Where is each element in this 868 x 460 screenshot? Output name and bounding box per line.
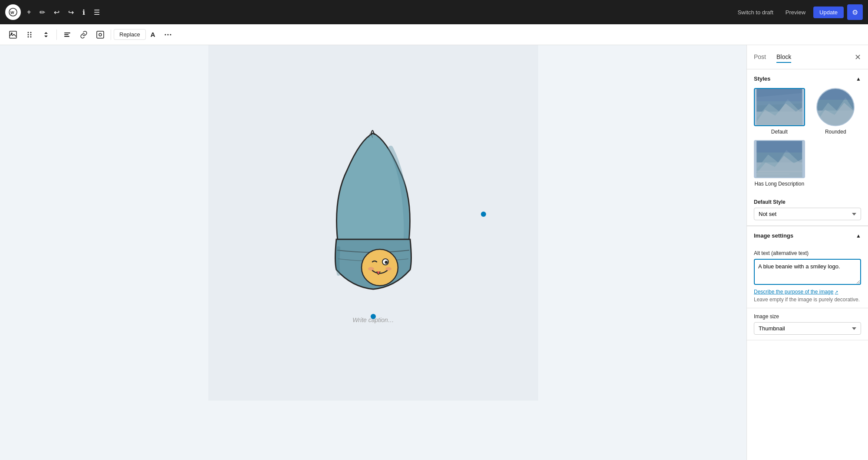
svg-point-22	[368, 267, 374, 271]
align-button[interactable]	[59, 28, 75, 42]
topbar: W + ✏ ↩ ↪ ℹ ☰ Switch to draft Preview Up…	[0, 0, 868, 24]
style-item-rounded[interactable]: Rounded	[810, 88, 861, 135]
link-button[interactable]	[76, 28, 92, 42]
settings-button[interactable]: ⚙	[847, 4, 863, 20]
styles-section: Styles ▲	[747, 69, 868, 226]
svg-point-19	[362, 249, 398, 286]
svg-point-15	[164, 34, 166, 35]
image-settings-section: Image settings ▲ Alt text (alternative t…	[747, 226, 868, 340]
list-view-button[interactable]: ☰	[91, 6, 102, 19]
image-container: Write caption…	[208, 96, 538, 332]
describe-image-link[interactable]: Describe the purpose of the image ↗	[754, 289, 838, 295]
svg-point-17	[170, 34, 171, 35]
describe-link-text: Describe the purpose of the image	[754, 289, 833, 295]
default-style-label: Default Style	[754, 199, 861, 205]
editor-area[interactable]: Write caption…	[0, 45, 746, 460]
more-options-button[interactable]	[160, 28, 176, 42]
svg-point-9	[30, 36, 32, 37]
image-settings-chevron-icon: ▲	[856, 233, 861, 239]
resize-handle-bottom[interactable]	[371, 314, 376, 319]
tab-post[interactable]: Post	[754, 52, 766, 63]
svg-rect-33	[756, 171, 802, 172]
info-button[interactable]: ℹ	[80, 6, 88, 19]
style-item-has-long-description[interactable]: Has Long Description	[754, 140, 805, 187]
image-size-label: Image size	[754, 313, 861, 320]
redo-button[interactable]: ↪	[66, 6, 76, 19]
main-layout: Write caption… Post Block ✕ Styles ▲	[0, 45, 868, 460]
style-thumb-default	[754, 88, 805, 126]
alt-text-label: Alt text (alternative text)	[754, 250, 861, 256]
default-style-select[interactable]: Not set Default Rounded Has Long Descrip…	[754, 208, 861, 220]
svg-rect-10	[64, 33, 70, 33]
update-button[interactable]: Update	[813, 7, 844, 18]
alt-text-hint: Leave empty if the image is purely decor…	[754, 297, 861, 303]
sidebar-close-button[interactable]: ✕	[855, 52, 861, 62]
tab-block[interactable]: Block	[776, 52, 791, 63]
block-toolbar: Replace A	[0, 24, 868, 45]
style-item-default[interactable]: Default	[754, 88, 805, 135]
image-settings-header[interactable]: Image settings ▲	[747, 226, 868, 245]
sidebar-header: Post Block ✕	[747, 45, 868, 69]
sidebar: Post Block ✕ Styles ▲	[746, 45, 868, 460]
preview-button[interactable]: Preview	[781, 7, 810, 18]
svg-point-7	[30, 34, 32, 35]
default-style-section: Default Style Not set Default Rounded Ha…	[747, 194, 868, 226]
drag-handle-button[interactable]	[22, 28, 37, 42]
image-block-icon[interactable]	[5, 28, 21, 42]
text-button[interactable]: A	[147, 28, 159, 41]
external-link-icon: ↗	[835, 290, 838, 294]
alt-text-input[interactable]: A blue beanie with a smiley logo.	[754, 259, 861, 285]
svg-point-5	[30, 32, 32, 33]
styles-grid: Default Round	[747, 88, 868, 194]
svg-rect-12	[64, 36, 69, 37]
svg-point-8	[28, 36, 29, 37]
resize-handle-right[interactable]	[481, 212, 486, 217]
toolbar-divider	[56, 29, 57, 40]
toolbar-divider-2	[111, 29, 111, 40]
image-size-section: Image size Thumbnail Medium Large Full S…	[747, 308, 868, 340]
svg-rect-32	[756, 141, 802, 153]
svg-point-16	[167, 34, 168, 35]
sidebar-content: Styles ▲	[747, 69, 868, 460]
svg-rect-29	[817, 89, 855, 100]
style-label-default: Default	[771, 129, 788, 135]
editor-canvas: Write caption…	[208, 45, 538, 401]
svg-point-6	[28, 34, 29, 35]
styles-section-header[interactable]: Styles ▲	[747, 69, 868, 88]
image-settings-content: Alt text (alternative text) A blue beani…	[747, 245, 868, 308]
tools-button[interactable]: ✏	[37, 6, 48, 19]
style-label-has-long-description: Has Long Description	[754, 181, 804, 187]
switch-to-draft-button[interactable]: Switch to draft	[733, 7, 777, 18]
crop-button[interactable]	[92, 28, 108, 42]
beanie-image	[295, 114, 451, 313]
svg-point-23	[385, 267, 391, 271]
svg-point-21	[385, 261, 388, 264]
svg-text:W: W	[10, 10, 14, 15]
image-size-select[interactable]: Thumbnail Medium Large Full Size	[754, 322, 861, 335]
wordpress-logo: W	[5, 4, 21, 20]
add-block-button[interactable]: +	[24, 6, 33, 19]
style-thumb-rounded	[816, 88, 855, 126]
svg-rect-11	[64, 34, 69, 35]
svg-point-4	[28, 32, 29, 33]
svg-rect-13	[97, 31, 104, 38]
image-settings-title: Image settings	[754, 232, 793, 239]
styles-section-title: Styles	[754, 75, 770, 82]
style-label-rounded: Rounded	[825, 129, 846, 135]
svg-point-14	[99, 33, 102, 36]
move-up-down-button[interactable]	[38, 28, 54, 42]
undo-button[interactable]: ↩	[51, 6, 62, 19]
styles-chevron-icon: ▲	[856, 76, 861, 82]
style-thumb-has-long-description	[754, 140, 805, 178]
svg-rect-34	[756, 173, 789, 174]
replace-button[interactable]: Replace	[114, 29, 146, 40]
